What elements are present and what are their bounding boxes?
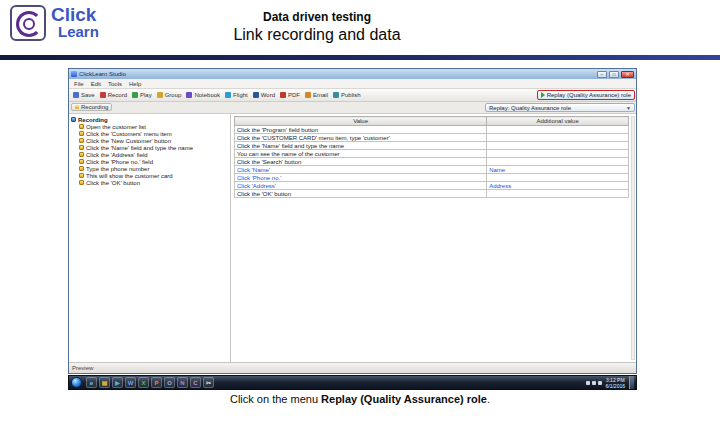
menu-item[interactable]: Tools xyxy=(108,81,122,87)
clicklearn-icon[interactable]: C xyxy=(190,377,201,388)
tree-item[interactable]: This will show the customer card xyxy=(79,172,228,179)
additional-value-text: Name xyxy=(489,167,505,173)
value-cell[interactable]: Click 'Phone no.' xyxy=(235,174,487,182)
menu-item[interactable]: File xyxy=(74,81,84,87)
tree-item-label: Recording xyxy=(78,117,108,123)
snipping-tool-icon[interactable]: ✂ xyxy=(203,377,214,388)
step-icon xyxy=(79,145,84,150)
additional-value-cell[interactable]: Address xyxy=(487,182,629,190)
toolbar-button-icon xyxy=(305,92,311,98)
toolbar-button[interactable]: Play xyxy=(132,92,152,98)
app-window: ClickLearn Studio – □ ✕ File Edit Tools … xyxy=(68,68,637,374)
additional-value-cell[interactable]: Name xyxy=(487,166,629,174)
clicklearn-spiral-icon xyxy=(10,5,46,41)
tree-item[interactable]: Recording xyxy=(71,116,228,123)
tree-item[interactable]: Click the 'Address' field xyxy=(79,151,228,158)
tree-item[interactable]: Open the customer list xyxy=(79,123,228,130)
tree-item[interactable]: Click the 'New Customer' button xyxy=(79,137,228,144)
value-cell[interactable]: Click 'Name' xyxy=(235,166,487,174)
window-titlebar: ClickLearn Studio – □ ✕ xyxy=(69,69,636,79)
explorer-folder-icon[interactable]: ▤ xyxy=(99,377,110,388)
tray-icon[interactable] xyxy=(592,381,596,385)
menu-item[interactable]: Edit xyxy=(91,81,101,87)
toolbar-button[interactable]: PDF xyxy=(280,92,300,98)
outlook-icon[interactable]: O xyxy=(164,377,175,388)
toolbar-button[interactable]: Flight xyxy=(225,92,248,98)
app-glyph: P xyxy=(154,380,158,386)
toolbar-button-label: Record xyxy=(108,92,127,98)
windows-taskbar: e ▤ ▶ W X P xyxy=(68,375,637,390)
tree-item[interactable]: Click the 'Phone no.' field xyxy=(79,158,228,165)
value-text: Click the 'Search' button xyxy=(237,159,301,165)
toolbar-button-label: Play xyxy=(140,92,152,98)
toolbar-button[interactable]: Notebook xyxy=(186,92,220,98)
tree-item-label: Click the 'Customers' menu item xyxy=(86,131,172,137)
additional-value-cell[interactable] xyxy=(487,190,629,198)
slide-subtitle: Link recording and data xyxy=(67,26,567,44)
menu-item[interactable]: Help xyxy=(129,81,141,87)
word-icon[interactable]: W xyxy=(125,377,136,388)
internet-explorer-icon[interactable]: e xyxy=(86,377,97,388)
additional-value-cell[interactable] xyxy=(487,174,629,182)
toolbar-button[interactable]: Publish xyxy=(333,92,361,98)
powerpoint-icon[interactable]: P xyxy=(151,377,162,388)
status-bar: Preview xyxy=(69,362,636,373)
caption-period: . xyxy=(487,393,490,405)
value-text: Click 'Phone no.' xyxy=(237,175,281,181)
table-header-row: Value Additional value xyxy=(235,117,629,126)
replay-button-label: Replay (Quality Assurance) role xyxy=(547,92,631,98)
value-cell[interactable]: Click the 'Program' field button xyxy=(235,126,487,134)
value-cell[interactable]: You can see the name of the customer xyxy=(235,150,487,158)
tree-item[interactable]: Click the 'Customers' menu item xyxy=(79,130,228,137)
taskbar-clock[interactable]: 3:12 PM 6/1/2016 xyxy=(606,377,625,389)
value-cell[interactable]: Click 'Address' xyxy=(235,182,487,190)
app-icon xyxy=(71,71,77,77)
show-desktop-button[interactable] xyxy=(629,376,634,389)
tree-item-label: Type the phone number xyxy=(86,166,149,172)
additional-value-cell[interactable] xyxy=(487,150,629,158)
value-cell[interactable]: Click the 'Name' field and type the name xyxy=(235,142,487,150)
tree-item[interactable]: Type the phone number xyxy=(79,165,228,172)
additional-value-cell[interactable] xyxy=(487,158,629,166)
tree-item[interactable]: Click the 'OK' button xyxy=(79,179,228,186)
toolbar-button[interactable]: Group xyxy=(157,92,182,98)
toolbar-button[interactable]: Record xyxy=(100,92,127,98)
toolbar-button[interactable]: Email xyxy=(305,92,328,98)
tree-item-label: Click the 'Phone no.' field xyxy=(86,159,153,165)
toolbar-buttons: Save Record Play Group xyxy=(73,92,361,98)
close-button[interactable]: ✕ xyxy=(621,71,634,78)
tray-icon[interactable] xyxy=(586,381,590,385)
vertical-scrollbar[interactable] xyxy=(631,116,635,360)
onenote-icon[interactable]: N xyxy=(177,377,188,388)
app-glyph: ✂ xyxy=(206,380,211,386)
clock-date: 6/1/2016 xyxy=(606,383,625,389)
additional-value-cell[interactable] xyxy=(487,142,629,150)
toolbar-button[interactable]: Save xyxy=(73,92,95,98)
header-divider-bar xyxy=(0,55,720,60)
steps-table: Value Additional value Click the 'Progra… xyxy=(234,116,629,198)
media-player-icon[interactable]: ▶ xyxy=(112,377,123,388)
toolbar-button[interactable]: Word xyxy=(253,92,275,98)
value-cell[interactable]: Click the 'CUSTOMER CARD' menu item, typ… xyxy=(235,134,487,142)
value-cell[interactable]: Click the 'Search' button xyxy=(235,158,487,166)
tree-item[interactable]: Click the 'Name' field and type the name xyxy=(79,144,228,151)
additional-value-cell[interactable] xyxy=(487,126,629,134)
app-glyph: X xyxy=(141,380,145,386)
replay-role-dropdown[interactable]: Replay: Quality Assurance role ▼ xyxy=(485,103,635,112)
tray-icon[interactable] xyxy=(598,381,602,385)
table-row: Click 'Name' Name xyxy=(235,166,629,174)
toolbar-button-label: PDF xyxy=(288,92,300,98)
additional-value-cell[interactable] xyxy=(487,134,629,142)
toolbar-button-label: Notebook xyxy=(194,92,220,98)
replay-quality-assurance-button[interactable]: Replay (Quality Assurance) role xyxy=(537,90,635,100)
minimize-button[interactable]: – xyxy=(597,71,607,78)
maximize-button[interactable]: □ xyxy=(609,71,619,78)
app-glyph: N xyxy=(180,380,184,386)
value-cell[interactable]: Click the 'OK' button xyxy=(235,190,487,198)
start-button[interactable] xyxy=(71,377,82,388)
toolbar-button-icon xyxy=(280,92,286,98)
table-row: Click the 'OK' button xyxy=(235,190,629,198)
recording-chip[interactable]: Recording xyxy=(71,103,112,111)
additional-value-text: Address xyxy=(489,183,511,189)
excel-icon[interactable]: X xyxy=(138,377,149,388)
